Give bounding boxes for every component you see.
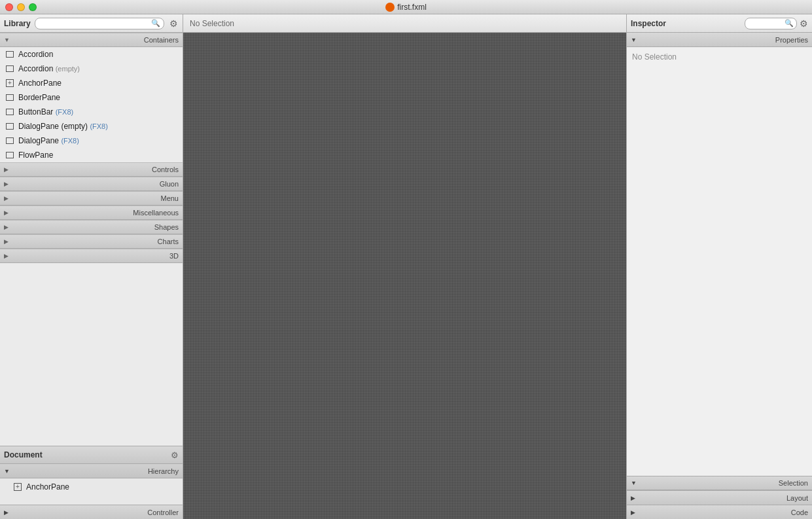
selection-arrow: ▼ [631, 480, 637, 486]
maximize-button[interactable] [29, 3, 37, 11]
dialogpane-label: DialogPane (FX8) [18, 136, 79, 145]
document-gear-button[interactable]: ⚙ [171, 450, 179, 460]
layout-label: Layout [638, 494, 808, 502]
charts-arrow: ▶ [4, 238, 9, 245]
main-layout: Library 🔍 ⚙ ▼ Containers Accordion [0, 14, 812, 519]
properties-label: Properties [639, 36, 808, 44]
miscellaneous-label: Miscellaneous [11, 209, 179, 217]
controller-label: Controller [11, 509, 179, 516]
properties-header[interactable]: ▼ Properties [627, 33, 812, 47]
controls-section-header[interactable]: ▶ Controls [0, 162, 183, 177]
list-item[interactable]: ButtonBar (FX8) [0, 105, 183, 119]
list-item[interactable]: DialogPane (empty) (FX8) [0, 119, 183, 134]
selection-header[interactable]: ▼ Selection [627, 476, 812, 490]
containers-label: Containers [12, 36, 179, 44]
borderpane-label: BorderPane [18, 93, 60, 102]
canvas-selection-text: No Selection [190, 19, 234, 28]
inspector-search-wrap: 🔍 [745, 18, 797, 29]
shapes-section-header[interactable]: ▶ Shapes [0, 220, 183, 234]
list-item[interactable]: FlowPane [0, 148, 183, 162]
dialogpane-empty-label: DialogPane (empty) (FX8) [18, 122, 108, 131]
hierarchy-item[interactable]: AnchorPane [0, 480, 183, 494]
close-button[interactable] [5, 3, 13, 11]
inspector-label: Inspector [631, 19, 742, 28]
accordion-empty-icon [5, 64, 14, 73]
anchorpane-label: AnchorPane [18, 79, 62, 88]
right-panel: Inspector 🔍 ⚙ ▼ Properties No Selection … [626, 14, 812, 519]
layout-bar[interactable]: ▶ Layout [627, 490, 812, 505]
document-header: Document ⚙ [0, 446, 183, 464]
3d-label: 3D [11, 252, 179, 260]
library-label: Library [4, 19, 31, 28]
gluon-section-header[interactable]: ▶ Gluon [0, 177, 183, 191]
window-title: first.fxml [385, 3, 427, 12]
anchorpane-icon [5, 79, 14, 88]
hierarchy-label: Hierarchy [12, 467, 179, 475]
code-arrow: ▶ [631, 509, 635, 516]
canvas-area: No Selection [183, 14, 626, 519]
borderpane-icon [5, 93, 14, 102]
miscellaneous-arrow: ▶ [4, 209, 9, 216]
app-icon [385, 3, 395, 12]
buttonbar-icon [5, 107, 14, 116]
dialogpane-empty-icon [5, 122, 14, 131]
list-item[interactable]: DialogPane (FX8) [0, 134, 183, 148]
buttonbar-label: ButtonBar (FX8) [18, 107, 73, 116]
menu-arrow: ▶ [4, 195, 9, 202]
selection-label: Selection [639, 479, 808, 487]
document-label: Document [4, 450, 168, 459]
hierarchy-arrow: ▼ [4, 468, 10, 474]
canvas-body[interactable] [183, 33, 626, 519]
menu-section-header[interactable]: ▶ Menu [0, 191, 183, 206]
shapes-arrow: ▶ [4, 224, 9, 230]
minimize-button[interactable] [17, 3, 25, 11]
gluon-label: Gluon [11, 180, 179, 188]
miscellaneous-section-header[interactable]: ▶ Miscellaneous [0, 206, 183, 220]
inspector-gear-button[interactable]: ⚙ [800, 18, 808, 29]
code-bar[interactable]: ▶ Code [627, 505, 812, 519]
code-label: Code [638, 509, 808, 516]
library-header: Library 🔍 ⚙ [0, 14, 183, 33]
document-section: Document ⚙ ▼ Hierarchy AnchorPane [0, 446, 183, 505]
list-item[interactable]: AnchorPane [0, 76, 183, 90]
title-text: first.fxml [397, 3, 427, 12]
list-item[interactable]: Accordion [0, 47, 183, 62]
dialogpane-icon [5, 136, 14, 145]
window-controls [5, 3, 37, 11]
title-bar: first.fxml [0, 0, 812, 14]
left-panel: Library 🔍 ⚙ ▼ Containers Accordion [0, 14, 183, 519]
charts-section-header[interactable]: ▶ Charts [0, 234, 183, 249]
shapes-label: Shapes [11, 223, 179, 231]
inspector-search-icon: 🔍 [785, 19, 794, 27]
accordion-icon [5, 50, 14, 59]
hierarchy-anchorpane-icon [13, 482, 22, 492]
controller-arrow: ▶ [4, 509, 9, 516]
inspector-header: Inspector 🔍 ⚙ [627, 14, 812, 33]
menu-label: Menu [11, 194, 179, 202]
accordion-empty-label: Accordion (empty) [18, 64, 80, 73]
flowpane-icon [5, 151, 14, 160]
containers-arrow: ▼ [4, 37, 10, 43]
properties-body: No Selection [627, 47, 812, 476]
hierarchy-anchorpane-label: AnchorPane [26, 482, 69, 492]
controller-bar[interactable]: ▶ Controller [0, 505, 183, 519]
hierarchy-header[interactable]: ▼ Hierarchy [0, 464, 183, 478]
search-icon: 🔍 [151, 19, 160, 27]
controls-label: Controls [11, 166, 179, 173]
list-item[interactable]: BorderPane [0, 90, 183, 105]
layout-arrow: ▶ [631, 495, 635, 501]
list-item[interactable]: Accordion (empty) [0, 62, 183, 76]
gluon-arrow: ▶ [4, 181, 9, 187]
library-search-wrap: 🔍 [35, 18, 164, 29]
flowpane-label: FlowPane [18, 151, 53, 160]
library-list[interactable]: ▼ Containers Accordion Accordion (empty) [0, 33, 183, 446]
library-gear-button[interactable]: ⚙ [168, 18, 179, 29]
containers-section-header[interactable]: ▼ Containers [0, 33, 183, 47]
inspector-bottom: ▼ Selection ▶ Layout ▶ Code [627, 476, 812, 519]
library-search-input[interactable] [35, 18, 164, 29]
no-selection-text: No Selection [632, 52, 677, 62]
3d-section-header[interactable]: ▶ 3D [0, 249, 183, 263]
accordion-label: Accordion [18, 50, 53, 59]
properties-arrow: ▼ [631, 37, 637, 43]
3d-arrow: ▶ [4, 253, 9, 259]
